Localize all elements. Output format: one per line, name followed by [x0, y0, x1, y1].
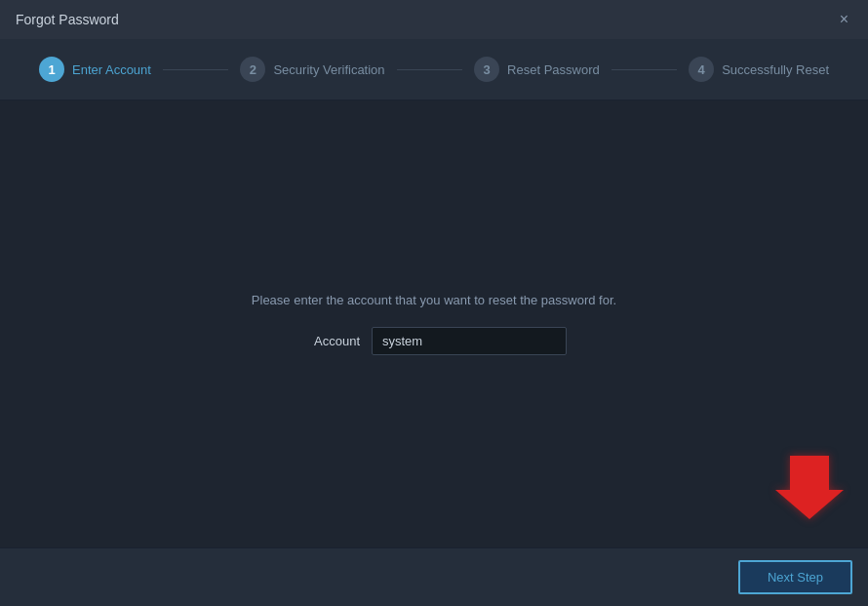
step-1-label: Enter Account	[72, 62, 151, 77]
title-bar: Forgot Password ×	[0, 0, 868, 39]
step-3-circle: 3	[474, 57, 499, 82]
step-4-label: Successfully Reset	[722, 62, 829, 77]
window-title: Forgot Password	[16, 12, 119, 27]
account-input[interactable]	[372, 327, 567, 355]
form-description: Please enter the account that you want t…	[252, 293, 616, 307]
next-step-button[interactable]: Next Step	[738, 560, 852, 594]
step-2: 2 Security Verification	[240, 57, 384, 82]
step-3-label: Reset Password	[507, 62, 600, 77]
step-4-circle: 4	[689, 57, 714, 82]
arrow-indicator	[770, 446, 848, 528]
close-button[interactable]: ×	[836, 10, 852, 29]
bottom-bar: Next Step	[0, 547, 868, 606]
step-connector-3	[612, 69, 677, 70]
main-content: Please enter the account that you want t…	[0, 101, 868, 547]
steps-bar: 1 Enter Account 2 Security Verification …	[0, 39, 868, 101]
step-connector-2	[397, 69, 462, 70]
account-label: Account	[301, 334, 360, 348]
step-4: 4 Successfully Reset	[689, 57, 829, 82]
step-1: 1 Enter Account	[39, 57, 151, 82]
step-1-circle: 1	[39, 57, 64, 82]
form-row: Account	[301, 327, 567, 355]
step-3: 3 Reset Password	[474, 57, 600, 82]
step-connector-1	[163, 69, 228, 70]
step-2-circle: 2	[240, 57, 265, 82]
svg-marker-0	[775, 456, 844, 519]
step-2-label: Security Verification	[273, 62, 384, 77]
